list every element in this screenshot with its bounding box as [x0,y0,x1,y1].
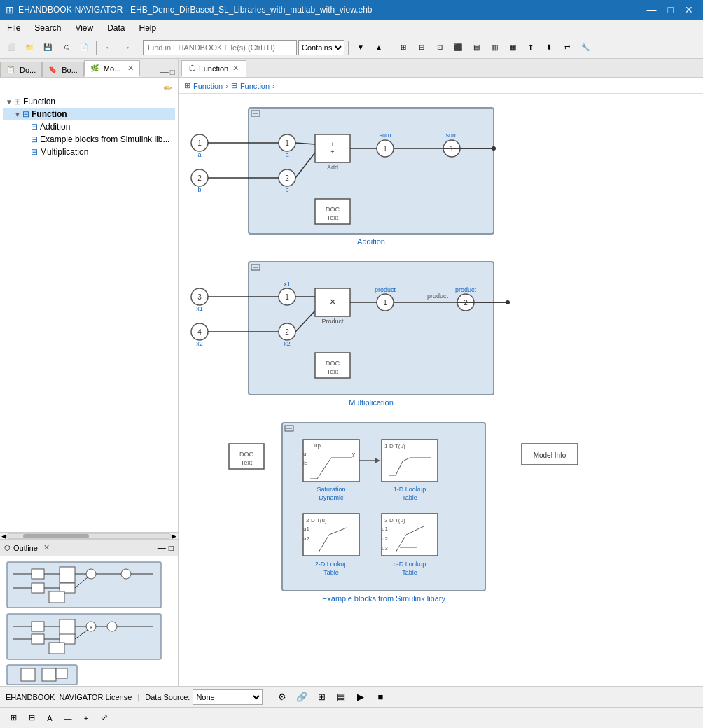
svg-point-9 [121,569,131,579]
svg-text:n-D Lookup: n-D Lookup [394,561,426,568]
window-controls: — □ ✕ [643,4,697,15]
svg-text:Add: Add [327,164,338,171]
sep3 [348,41,349,55]
tool7[interactable]: ▦ [504,39,521,56]
list-button[interactable]: ▤ [333,689,349,706]
title-bar: ⊞ EHANDBOOK-NAVIGATOR - EHB_Demo_DirBase… [0,0,703,20]
svg-text:2: 2 [285,328,289,336]
tool3[interactable]: ⊡ [431,39,448,56]
back-button[interactable]: ← [100,39,117,56]
status-sep1: | [137,693,139,701]
tool8[interactable]: ⬆ [522,39,539,56]
panel-tab-bookmarks[interactable]: 🔖 Bo... [42,62,84,77]
panel-tab-model[interactable]: 🌿 Mo... ✕ [84,60,140,77]
svg-text:2: 2 [197,174,202,182]
tool11[interactable]: 🔧 [577,39,594,56]
maximize-button[interactable]: □ [664,4,678,15]
svg-text:x2: x2 [284,340,291,347]
tool1[interactable]: ⊞ [395,39,412,56]
panel-maximize-button[interactable]: □ [170,67,175,77]
svg-text:2-D Lookup: 2-D Lookup [315,561,348,568]
save-button[interactable]: 💾 [39,39,56,56]
breadcrumb-item1[interactable]: Function [193,82,223,90]
tool2[interactable]: ⊟ [413,39,430,56]
grid-button[interactable]: ⊞ [313,689,330,706]
tree-item-example[interactable]: ⊟ Example blocks from Simulink lib... [3,133,175,146]
svg-text:Text: Text [327,214,339,221]
menu-view[interactable]: View [71,22,97,34]
svg-rect-35 [21,668,35,681]
svg-text:sum: sum [379,132,391,139]
svg-text:1: 1 [383,145,387,153]
settings-gear-button[interactable]: ⚙ [274,689,291,706]
breadcrumb-sep1: › [225,82,228,90]
tool5[interactable]: ▤ [468,39,485,56]
view-btn3[interactable]: A [42,710,57,726]
network-button[interactable]: 🔗 [293,689,310,706]
fit-button[interactable]: ⤢ [97,710,112,726]
panel-tab-model-close[interactable]: ✕ [127,64,134,73]
search-filter-dropdown[interactable]: Contains [298,40,344,55]
svg-text:a: a [197,151,201,158]
canvas-area[interactable]: 1 a 2 b 1 a 2 b [179,94,703,686]
view-btn2[interactable]: ⊟ [24,710,39,726]
left-scroll-left[interactable]: ◀ [1,533,6,540]
svg-text:×: × [90,624,93,631]
outline-maximize[interactable]: □ [169,543,174,553]
edit-pencil-icon[interactable]: ✏ [164,83,172,94]
menu-file[interactable]: File [3,22,25,34]
open-button[interactable]: 📁 [21,39,38,56]
search-down-button[interactable]: ▼ [352,39,369,56]
new-button[interactable]: ⬜ [3,39,20,56]
outline-close[interactable]: ✕ [43,543,50,552]
svg-text:1: 1 [285,293,289,301]
tree-toggle-root[interactable]: ▼ [6,98,14,106]
menu-help[interactable]: Help [135,22,161,34]
search-input[interactable] [143,40,297,55]
menu-data[interactable]: Data [103,22,129,34]
svg-point-26 [107,622,117,631]
forward-button[interactable]: → [118,39,135,56]
close-button[interactable]: ✕ [681,4,697,15]
outline-label: Outline [13,544,38,552]
tree-item-function-root[interactable]: ▼ ⊞ Function [3,95,175,108]
play-button[interactable]: ▶ [352,689,369,706]
license-text: EHANDBOOK_NAVIGATOR License [6,693,132,701]
menu-search[interactable]: Search [30,22,65,34]
toolbar: ⬜ 📁 💾 🖨 📄 ← → Contains ▼ ▲ ⊞ ⊟ ⊡ ⬛ ▤ ▥ ▦… [0,36,703,59]
tool6[interactable]: ▥ [486,39,503,56]
tree-item-addition[interactable]: ⊟ Addition [3,120,175,133]
left-scroll-track [6,533,172,539]
doc-tab-icon: 📋 [6,66,15,74]
svg-text:+: + [330,148,334,155]
breadcrumb-item2[interactable]: Function [240,82,270,90]
tree-toggle-sub[interactable]: ▼ [14,111,22,118]
svg-text:product: product [427,293,449,300]
search-up-button[interactable]: ▲ [370,39,387,56]
panel-minimize-button[interactable]: — [160,67,169,77]
outline-minimize[interactable]: — [158,543,166,553]
svg-text:DOC: DOC [326,360,340,367]
tool9[interactable]: ⬇ [541,39,557,56]
svg-text:3-D T(u): 3-D T(u) [384,517,405,524]
left-scrollbar[interactable]: ◀ ▶ [0,532,178,539]
view-btn1[interactable]: ⊞ [6,710,21,726]
tree-item-multiplication[interactable]: ⊟ Multiplication [3,146,175,158]
tool10[interactable]: ⇄ [559,39,576,56]
main-tab-label: Function [199,64,228,73]
svg-rect-36 [42,668,56,681]
subtract-button[interactable]: — [60,710,76,726]
panel-tab-documents[interactable]: 📋 Do... [0,62,42,77]
tree-item-function-sub[interactable]: ▼ ⊟ Function [3,108,175,120]
doc-button[interactable]: 📄 [76,39,92,56]
svg-text:b: b [197,186,201,193]
minimize-button[interactable]: — [643,4,661,15]
main-tab-close[interactable]: ✕ [232,64,239,73]
tool4[interactable]: ⬛ [450,39,466,56]
print-button[interactable]: 🖨 [57,39,74,56]
left-scroll-right[interactable]: ▶ [172,533,176,540]
add-button[interactable]: + [78,710,94,726]
breadcrumb-sep2: › [272,82,275,90]
stop-button[interactable]: ■ [372,689,389,706]
datasource-dropdown[interactable]: None [193,690,263,705]
